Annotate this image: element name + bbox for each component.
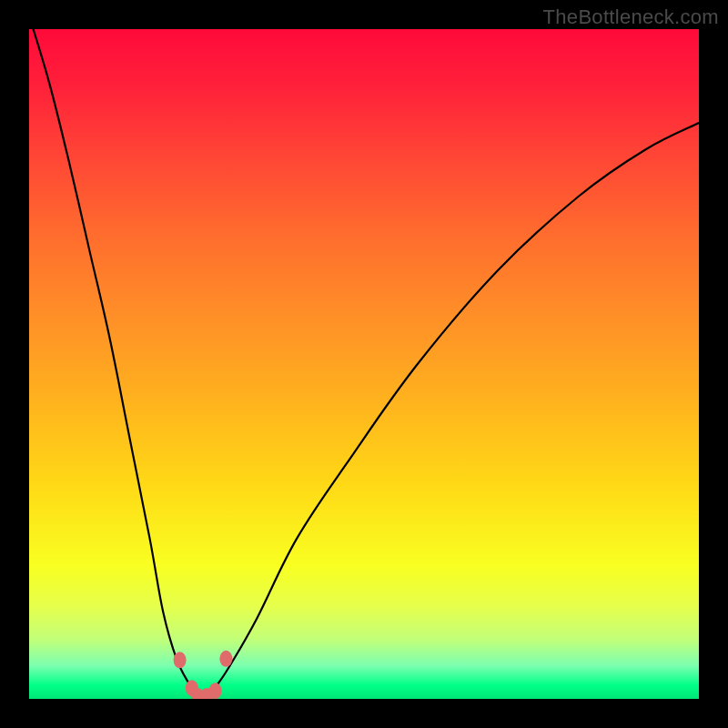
- plot-area: [29, 29, 699, 699]
- curve-layer: [29, 29, 699, 699]
- watermark-text: TheBottleneck.com: [543, 5, 719, 29]
- chart-frame: TheBottleneck.com: [0, 0, 728, 728]
- highlight-dot: [209, 682, 222, 699]
- bottleneck-curve: [29, 29, 699, 699]
- highlight-dot: [219, 651, 232, 667]
- highlight-dot: [174, 652, 187, 668]
